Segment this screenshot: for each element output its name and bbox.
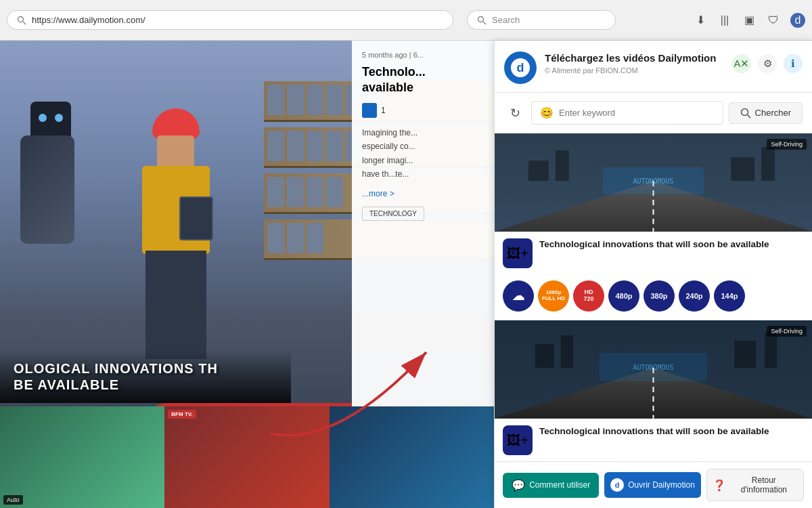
res-1080p-btn-1[interactable]: 1080pFULL HD	[538, 280, 569, 312]
extension-header: d Téléchargez les vidéos Dailymotion © A…	[495, 41, 812, 93]
video-thumb-1: AUTONOMOUS Self-Driving	[495, 133, 812, 232]
svg-text:AUTONOMOUS: AUTONOMOUS	[633, 364, 673, 371]
comment-utiliser-button[interactable]: 💬 Comment utiliser	[503, 473, 599, 498]
keyword-input[interactable]	[559, 108, 715, 118]
extension-subtitle: © Alimenté par FBION.COM	[545, 66, 724, 75]
res-720p-btn-1[interactable]: HD720	[573, 280, 604, 312]
browser-chrome: https://www.dailymotion.com/ Search ⬇ ||…	[0, 0, 812, 41]
svg-rect-20	[561, 335, 573, 368]
video-card-2: AUTONOMOUS Self-Driving 🖼+ Technological…	[495, 320, 812, 461]
road-svg-2: AUTONOMOUS	[495, 320, 812, 419]
svg-rect-13	[761, 147, 775, 181]
video-meta: 5 months ago | 6...	[362, 51, 484, 59]
comment-icon: 💬	[512, 479, 525, 492]
res-144p-btn-1[interactable]: 144p	[714, 280, 745, 312]
extension-logo: d	[504, 51, 537, 84]
card-title-1: Technological innovations that will soon…	[539, 238, 804, 251]
image-plus-icon: 🖼+	[507, 246, 528, 261]
extension-icon[interactable]: d	[790, 13, 805, 28]
article-sidebar: 5 months ago | 6... Technolo...available…	[352, 41, 494, 406]
card-icon-1: 🖼+	[503, 238, 533, 268]
reader-icon[interactable]: ▣	[742, 13, 757, 28]
browser-toolbar: ⬇ ||| ▣ 🛡 d	[693, 13, 805, 28]
emoji-icon: 😊	[540, 106, 554, 119]
search-icon	[17, 16, 26, 25]
extension-videos-list[interactable]: AUTONOMOUS Self-Driving 🖼+ Technological…	[495, 133, 812, 461]
tech-tag: TECHNOLOGY	[362, 207, 424, 221]
res-480p-btn-1[interactable]: 480p	[608, 280, 639, 312]
extension-title: Téléchargez les vidéos Dailymotion	[545, 51, 724, 65]
car-view: AUTONOMOUS	[495, 133, 812, 232]
card-resolutions-1: ☁ 1080pFULL HD HD720 480p 380p 240p 144p	[495, 275, 812, 320]
svg-point-5	[741, 108, 748, 115]
comment-utiliser-label: Comment utiliser	[529, 480, 590, 490]
cloud-download-btn-1[interactable]: ☁	[503, 280, 534, 312]
road-svg: AUTONOMOUS	[495, 133, 812, 232]
view-count: 1	[381, 106, 386, 115]
search-button[interactable]: Chercher	[729, 102, 803, 124]
robot-eye-right	[55, 114, 63, 122]
res-380p-btn-1[interactable]: 380p	[644, 280, 675, 312]
self-driving-badge-2: Self-Driving	[767, 326, 807, 337]
card-title-2: Technological innovations that will soon…	[539, 425, 804, 438]
download-icon[interactable]: ⬇	[693, 13, 708, 28]
search-button-icon	[740, 108, 751, 119]
overlay-title-line1: OLOGICAL INNOVATIONS TH	[14, 360, 277, 377]
svg-line-3	[483, 22, 486, 24]
svg-rect-21	[734, 341, 756, 368]
ouvrir-dailymotion-label: Ouvrir Dailymotion	[628, 480, 695, 490]
settings-icon[interactable]: ⚙	[758, 54, 777, 73]
res-240p-btn-1[interactable]: 240p	[679, 280, 710, 312]
thumb-3	[330, 406, 494, 508]
thumb-1: Auto	[0, 406, 164, 508]
ouvrir-dailymotion-button[interactable]: d Ouvrir Dailymotion	[604, 472, 700, 498]
info-icon[interactable]: ℹ	[784, 54, 803, 73]
shield-icon[interactable]: 🛡	[766, 13, 781, 28]
video-text-overlay: OLOGICAL INNOVATIONS TH BE AVAILABLE	[0, 350, 291, 403]
video-card-1: AUTONOMOUS Self-Driving 🖼+ Technological…	[495, 133, 812, 320]
dailymotion-icon: d	[610, 478, 624, 492]
self-driving-badge-1: Self-Driving	[767, 139, 807, 150]
extension-header-icons: A✕ ⚙ ℹ	[732, 51, 803, 73]
more-link[interactable]: ...more >	[362, 189, 484, 198]
svg-point-2	[478, 16, 484, 22]
url-text: https://www.dailymotion.com/	[32, 15, 145, 25]
video-title-partial: Technolo...available	[362, 64, 484, 96]
browser-search-bar[interactable]: Search	[467, 10, 616, 30]
bfm-badge: BFM TV.	[168, 410, 196, 419]
address-bar[interactable]: https://www.dailymotion.com/	[7, 10, 453, 30]
library-icon[interactable]: |||	[717, 13, 732, 28]
bottom-thumbnails: Auto BFM TV.	[0, 406, 494, 508]
svg-rect-11	[556, 150, 569, 181]
svg-rect-12	[731, 157, 754, 181]
channel-logo	[362, 103, 377, 118]
svg-rect-10	[528, 161, 549, 181]
svg-line-1	[23, 22, 26, 24]
extension-logo-inner: d	[511, 58, 530, 77]
website-area: 5 months ago | 6... Technolo...available…	[0, 41, 494, 508]
info-footer-icon: ❓	[713, 479, 726, 492]
keyword-input-wrap[interactable]: 😊	[531, 101, 723, 125]
robot-figure	[0, 95, 135, 366]
search-placeholder: Search	[492, 15, 520, 25]
svg-line-6	[747, 114, 750, 118]
worker-figure	[122, 108, 230, 366]
extension-search-row: ↻ 😊 Chercher	[495, 93, 812, 133]
retour-information-label: Retour d'information	[730, 475, 798, 494]
robot-eye-left	[39, 114, 47, 122]
card-icon-2: 🖼+	[503, 425, 533, 455]
main-content: 5 months ago | 6... Technolo...available…	[0, 41, 812, 508]
extension-footer: 💬 Comment utiliser d Ouvrir Dailymotion …	[495, 461, 812, 508]
auto-badge: Auto	[3, 495, 23, 505]
translate-icon[interactable]: A✕	[732, 54, 751, 73]
refresh-button[interactable]: ↻	[504, 102, 526, 124]
worker-helmet	[152, 108, 200, 139]
extension-title-area: Téléchargez les vidéos Dailymotion © Ali…	[545, 51, 724, 75]
worker-face	[157, 135, 194, 169]
robot-body	[20, 135, 74, 244]
search-button-label: Chercher	[755, 108, 791, 118]
retour-information-button[interactable]: ❓ Retour d'information	[706, 469, 804, 501]
video-description: Imagining the...especially co...longer i…	[362, 126, 484, 182]
card-content-1: 🖼+ Technological innovations that will s…	[495, 232, 812, 275]
car-view-2: AUTONOMOUS	[495, 320, 812, 419]
